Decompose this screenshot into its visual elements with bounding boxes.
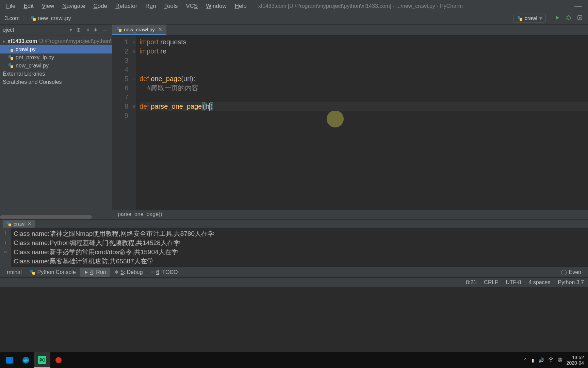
- up-icon[interactable]: ↑: [4, 230, 7, 236]
- locate-icon[interactable]: ⊕: [74, 27, 83, 33]
- menu-refactor[interactable]: Refactor: [112, 1, 141, 11]
- status-bar: 8:21 CRLF UTF-8 4 spaces Python 3.7: [0, 277, 588, 287]
- event-log-button[interactable]: ◯ Even: [557, 267, 585, 277]
- svg-rect-26: [6, 357, 13, 364]
- scrollbar-thumb[interactable]: [0, 215, 92, 219]
- list-icon: ≡: [151, 269, 154, 275]
- code-content[interactable]: import requestsimport re def one_page(ur…: [136, 35, 588, 210]
- tree-root[interactable]: ▸ xf1433.com D:\Program\myproject\python…: [0, 37, 112, 45]
- python-icon: [30, 270, 35, 275]
- tree-file-crawl[interactable]: crawl.py: [0, 45, 112, 53]
- taskbar-record[interactable]: [50, 352, 67, 368]
- windows-taskbar: PC ⌃ ▮ 🔊 英 13:52 2020-04: [0, 352, 588, 368]
- tree-scratches[interactable]: Scratches and Consoles: [0, 78, 112, 86]
- down-icon[interactable]: ↓: [4, 239, 7, 245]
- more-icon[interactable]: »: [4, 249, 7, 255]
- menu-edit[interactable]: Edit: [20, 1, 37, 11]
- menu-view[interactable]: View: [38, 1, 58, 11]
- run-button[interactable]: [552, 15, 563, 22]
- volume-icon[interactable]: 🔊: [538, 357, 544, 363]
- status-line-separator[interactable]: CRLF: [484, 279, 498, 286]
- status-python[interactable]: Python 3.7: [558, 279, 584, 286]
- svg-rect-1: [33, 18, 36, 21]
- breadcrumb-file-label: new_crawl.py: [38, 15, 71, 21]
- menu-bar: File Edit View Navigate Code Refactor Ru…: [0, 0, 588, 12]
- project-tree[interactable]: ▸ xf1433.com D:\Program\myproject\python…: [0, 35, 112, 88]
- menu-code[interactable]: Code: [90, 1, 111, 11]
- tree-external-libraries[interactable]: External Libraries: [0, 70, 112, 78]
- svg-rect-20: [119, 29, 121, 32]
- code-editor[interactable]: 123456789 ⊟⊟ ⊟ ⊟ import requestsimport r…: [112, 35, 588, 210]
- tree-file-label: crawl.py: [16, 46, 36, 52]
- wifi-icon[interactable]: [548, 357, 554, 364]
- tab-new-crawl[interactable]: new_crawl.py ✕: [112, 25, 166, 35]
- gear-icon[interactable]: ✶: [91, 27, 100, 33]
- taskbar-app-1[interactable]: [1, 352, 18, 368]
- run-body: ↑ ↓ » Class name:诸神之眼Nmap使用教程,网络安全审计工具,共…: [0, 228, 588, 267]
- menu-file[interactable]: File: [3, 1, 19, 11]
- window-title: xf1433.com [D:\Program\myproject\python\…: [258, 3, 570, 9]
- status-indent[interactable]: 4 spaces: [528, 279, 550, 286]
- system-tray: ⌃ ▮ 🔊 英 13:52 2020-04: [523, 355, 587, 366]
- svg-rect-16: [11, 57, 13, 60]
- chevron-down-icon[interactable]: ▾: [67, 27, 74, 33]
- python-icon: [6, 221, 12, 227]
- clock[interactable]: 13:52 2020-04: [567, 355, 584, 366]
- run-tab-crawl[interactable]: crawl ✕: [3, 220, 35, 228]
- attach-button[interactable]: [574, 15, 585, 22]
- breadcrumb-project[interactable]: 3.com: [3, 15, 22, 21]
- svg-rect-14: [11, 49, 13, 52]
- tab-python-console[interactable]: Python Console: [26, 268, 80, 277]
- svg-point-30: [55, 357, 62, 363]
- sidebar-scrollbar[interactable]: [0, 215, 112, 219]
- tree-file-get-proxy[interactable]: get_proxy_ip.py: [0, 53, 112, 62]
- project-title: oject: [3, 27, 67, 33]
- svg-rect-24: [32, 272, 35, 275]
- tab-debug[interactable]: ✱ 5: Debug: [110, 267, 147, 277]
- run-tabs: crawl ✕: [0, 220, 588, 228]
- menu-tools[interactable]: Tools: [161, 1, 181, 11]
- svg-marker-4: [556, 16, 559, 20]
- collapse-icon[interactable]: ⇥: [83, 27, 91, 33]
- run-tab-label: crawl: [14, 221, 26, 227]
- run-config-selector[interactable]: crawl ▾: [513, 14, 546, 23]
- taskbar-pycharm[interactable]: PC: [34, 352, 50, 368]
- play-icon: [84, 270, 88, 274]
- taskbar-edge[interactable]: [18, 352, 34, 368]
- tab-todo[interactable]: ≡ 6: TODO: [147, 268, 182, 277]
- menu-help[interactable]: Help: [231, 1, 250, 11]
- run-output[interactable]: Class name:诸神之眼Nmap使用教程,网络安全审计工具,共8780人在…: [11, 228, 588, 267]
- editor-breadcrumb[interactable]: parse_one_page(): [112, 210, 588, 219]
- breadcrumb-sep-icon: 〉: [22, 15, 28, 22]
- project-sidebar: oject ▾ ⊕ ⇥ ✶ — ▸ xf1433.com D:\Program\…: [0, 25, 112, 219]
- fold-column[interactable]: ⊟⊟ ⊟ ⊟: [131, 35, 136, 210]
- hide-icon[interactable]: —: [100, 27, 109, 33]
- tab-terminal[interactable]: rminal: [3, 268, 26, 277]
- status-encoding[interactable]: UTF-8: [506, 279, 521, 286]
- menu-run[interactable]: Run: [142, 1, 159, 11]
- ime-indicator[interactable]: 英: [558, 357, 562, 363]
- menu-navigate[interactable]: Navigate: [59, 1, 88, 11]
- tab-run[interactable]: 4: Run: [80, 268, 110, 277]
- tab-label: 4: Run: [90, 269, 106, 275]
- tray-chevron-icon[interactable]: ⌃: [523, 357, 527, 363]
- svg-marker-25: [85, 271, 88, 274]
- run-panel: crawl ✕ ↑ ↓ » Class name:诸神之眼Nmap使用教程,网络…: [0, 219, 588, 266]
- tab-label: 5: Debug: [121, 269, 143, 275]
- menu-window[interactable]: Window: [202, 1, 230, 11]
- battery-icon[interactable]: ▮: [532, 357, 534, 363]
- minimize-icon[interactable]: —: [571, 2, 585, 11]
- folder-icon: ▸: [3, 38, 5, 44]
- close-icon[interactable]: ✕: [158, 27, 162, 32]
- close-icon[interactable]: ✕: [28, 221, 31, 226]
- menu-vcs[interactable]: VCS: [182, 1, 201, 11]
- tree-file-new-crawl[interactable]: new_crawl.py: [0, 62, 112, 70]
- python-file-icon: [8, 55, 14, 60]
- python-file-icon: [31, 16, 36, 21]
- python-file-icon: [116, 27, 122, 32]
- run-toolbar: ↑ ↓ »: [0, 228, 11, 267]
- debug-button[interactable]: [563, 15, 574, 22]
- status-position[interactable]: 8:21: [466, 279, 476, 286]
- tree-label: Scratches and Consoles: [3, 79, 62, 85]
- breadcrumb-file[interactable]: new_crawl.py: [29, 15, 73, 21]
